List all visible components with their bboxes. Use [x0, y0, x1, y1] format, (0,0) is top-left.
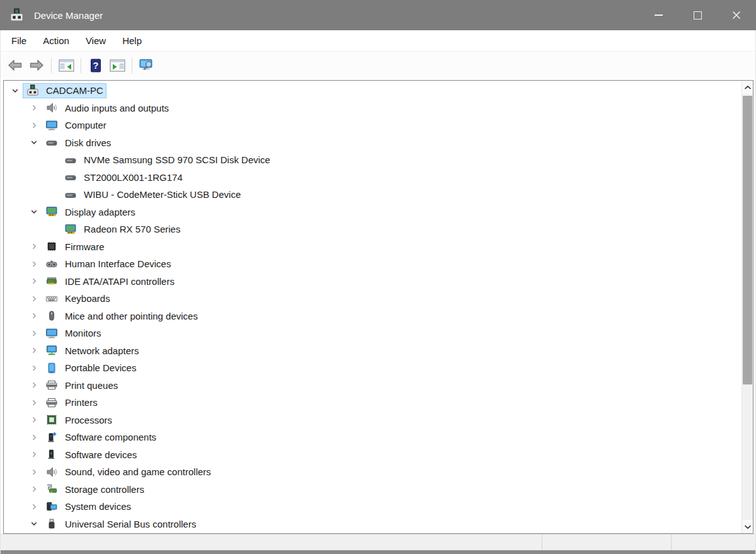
close-button[interactable]: [717, 0, 756, 30]
chevron-right-icon[interactable]: [26, 481, 42, 499]
window-frame-bottom: [0, 550, 756, 554]
keyboard-icon: [42, 292, 61, 306]
tree-item-disk-drives[interactable]: Disk drives: [4, 134, 742, 152]
menu-item-file[interactable]: File: [11, 35, 26, 46]
status-section: [671, 534, 756, 550]
close-icon: [732, 11, 741, 20]
chevron-right-icon[interactable]: [26, 463, 42, 481]
chevron-right-icon[interactable]: [26, 325, 42, 342]
chevron-down-icon[interactable]: [26, 204, 42, 221]
menu-item-action[interactable]: Action: [43, 35, 69, 46]
tree-item-content: Radeon RX 570 Series: [60, 222, 183, 237]
tree-item-content: Human Interface Devices: [42, 257, 174, 272]
tree-item-content: Mice and other pointing devices: [42, 308, 201, 323]
usb-icon: [42, 517, 61, 531]
speaker-icon: [42, 101, 61, 115]
toolbar-forward-button[interactable]: [27, 56, 46, 75]
chevron-right-icon[interactable]: [26, 498, 42, 516]
chevron-right-icon[interactable]: [26, 290, 42, 308]
minimize-button[interactable]: [639, 0, 678, 30]
tree-item-label: Human Interface Devices: [64, 258, 173, 270]
tree-item-network-adapters[interactable]: Network adapters: [4, 342, 742, 360]
tree-item-content: ST2000LX001-1RG174: [60, 170, 186, 185]
tree-item-monitors[interactable]: Monitors: [4, 325, 742, 342]
tree-item-display-adapters[interactable]: Display adapters: [4, 204, 742, 221]
tree-item-content: Sound, video and game controllers: [42, 465, 214, 480]
scrollbar-thumb[interactable]: [743, 96, 752, 384]
vertical-scrollbar[interactable]: [742, 81, 753, 533]
device-manager-icon: [9, 8, 26, 23]
tree-item-sound-video-and-game-controllers[interactable]: Sound, video and game controllers: [4, 463, 742, 481]
tree-item-universal-serial-bus-controllers[interactable]: Universal Serial Bus controllers: [4, 516, 742, 533]
gamepad-icon: [42, 257, 61, 271]
tree-item-software-devices[interactable]: Software devices: [4, 446, 742, 464]
tree-item-label: Radeon RX 570 Series: [83, 223, 183, 235]
chevron-right-icon[interactable]: [26, 446, 42, 464]
chevron-down-icon[interactable]: [8, 82, 23, 100]
tree-item-printers[interactable]: Printers: [4, 394, 742, 412]
chevron-down-icon[interactable]: [26, 134, 42, 152]
tree-item-portable-devices[interactable]: Portable Devices: [4, 359, 742, 377]
menu-bar: FileActionViewHelp: [0, 30, 756, 52]
scroll-up-button[interactable]: [742, 81, 753, 94]
chevron-right-icon[interactable]: [26, 308, 42, 325]
chevron-right-icon[interactable]: [26, 117, 42, 134]
printer-icon: [42, 378, 61, 392]
tree-item-content: Printers: [42, 395, 101, 410]
tree-item-label: Print queues: [64, 379, 120, 391]
chevron-right-icon[interactable]: [26, 394, 42, 412]
window-controls: [639, 0, 756, 30]
scroll-down-button[interactable]: [742, 520, 753, 533]
monitor-icon: [42, 326, 61, 340]
tree-item-software-components[interactable]: Software components: [4, 429, 742, 446]
tree-item-label: Network adapters: [64, 345, 142, 357]
tree-item-human-interface-devices[interactable]: Human Interface Devices: [4, 255, 742, 273]
tree-item-label: IDE ATA/ATAPI controllers: [64, 275, 177, 287]
tree-item-print-queues[interactable]: Print queues: [4, 377, 742, 395]
tree-item-content: Network adapters: [42, 343, 142, 358]
tree-item-firmware[interactable]: Firmware: [4, 238, 742, 256]
printer-icon: [42, 396, 61, 410]
chevron-right-icon[interactable]: [26, 359, 42, 377]
firmware-chip-icon: [42, 239, 61, 253]
tree-item-system-devices[interactable]: System devices: [4, 498, 742, 516]
tree-item-ide-ata-atapi-controllers[interactable]: IDE ATA/ATAPI controllers: [4, 273, 742, 291]
tree-item-content: Processors: [42, 412, 115, 427]
toolbar-show-console-tree-button[interactable]: [57, 56, 76, 75]
tree-item-label: NVMe Samsung SSD 970 SCSI Disk Device: [83, 154, 273, 166]
tree-item-nvme-samsung-ssd-970-scsi-disk-device[interactable]: NVMe Samsung SSD 970 SCSI Disk Device: [4, 151, 742, 169]
chevron-right-icon[interactable]: [26, 429, 42, 446]
chevron-down-icon[interactable]: [26, 516, 42, 533]
tablet-icon: [42, 361, 61, 375]
chevron-right-icon[interactable]: [26, 377, 42, 395]
chevron-right-icon[interactable]: [26, 238, 42, 256]
tree-item-processors[interactable]: Processors: [4, 412, 742, 429]
chevron-right-icon[interactable]: [26, 100, 42, 117]
status-bar: [0, 534, 756, 550]
tree-item-label: System devices: [64, 500, 134, 512]
maximize-button[interactable]: [678, 0, 717, 30]
tree-item-st2000lx001-1rg174[interactable]: ST2000LX001-1RG174: [4, 169, 742, 187]
chevron-right-icon[interactable]: [26, 342, 42, 360]
toolbar-scan-hardware-button[interactable]: [137, 56, 156, 75]
tree-item-computer[interactable]: Computer: [4, 117, 742, 134]
chevron-right-icon[interactable]: [26, 273, 42, 291]
chevron-right-icon[interactable]: [26, 412, 42, 429]
tree-item-wibu-codemeter-stick-usb-device[interactable]: WIBU - CodeMeter-Stick USB Device: [4, 186, 742, 204]
toolbar-help-button[interactable]: ?: [86, 56, 105, 75]
tree-item-label: Mice and other pointing devices: [64, 310, 200, 322]
tree-item-storage-controllers[interactable]: Storage controllers: [4, 481, 742, 499]
tree-item-label: Audio inputs and outputs: [64, 102, 171, 114]
chevron-right-icon[interactable]: [26, 255, 42, 273]
menu-item-view[interactable]: View: [86, 35, 106, 46]
toolbar-back-button[interactable]: [6, 56, 25, 75]
tree-item-keyboards[interactable]: Keyboards: [4, 290, 742, 308]
tree-item-radeon-rx-570-series[interactable]: Radeon RX 570 Series: [4, 221, 742, 238]
tree-item-mice-and-other-pointing-devices[interactable]: Mice and other pointing devices: [4, 308, 742, 325]
tree-item-content: Keyboards: [42, 291, 113, 306]
tree-item-audio-inputs-and-outputs[interactable]: Audio inputs and outputs: [4, 100, 742, 117]
menu-item-help[interactable]: Help: [122, 35, 142, 46]
speaker-icon: [42, 465, 61, 479]
toolbar-show-action-pane-button[interactable]: [108, 56, 127, 75]
tree-item-cadcam-pc[interactable]: CADCAM-PC: [4, 82, 742, 100]
